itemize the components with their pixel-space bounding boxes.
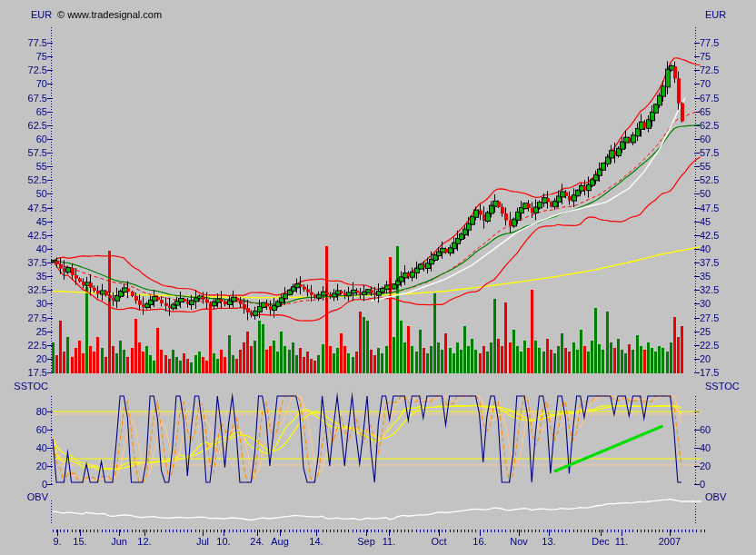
price-tick-label-left: 32.5 <box>13 284 47 295</box>
chart-root: EUR © www.tradesignal.com EUR SSTOC SSTO… <box>0 0 756 555</box>
price-tick-label-left: 47.5 <box>13 203 47 213</box>
sstoc-tick-label-left: 80 <box>13 406 47 417</box>
sstoc-tick-label-left: 60 <box>13 424 47 435</box>
price-tick-label-left: 40 <box>13 243 47 254</box>
price-tick-label-left: 60 <box>13 134 47 144</box>
date-label: Aug <box>264 536 296 547</box>
price-tick-label-right: 30 <box>700 298 711 309</box>
price-tick-label-left: 37.5 <box>13 257 47 268</box>
price-tick-label-right: 22.5 <box>700 340 719 351</box>
price-tick-label-right: 77.5 <box>700 37 719 48</box>
price-tick-label-right: 70 <box>700 78 711 89</box>
price-tick-label-left: 45 <box>13 216 47 227</box>
price-tick-label-left: 57.5 <box>13 147 47 158</box>
sstoc-tick-label-left: 0 <box>13 479 47 490</box>
sstoc-panel-label-left: SSTOC <box>7 381 48 391</box>
price-tick-label-right: 45 <box>700 216 711 227</box>
price-tick-label-left: 50 <box>13 188 47 199</box>
price-tick-label-left: 55 <box>13 161 47 172</box>
sstoc-tick-label-right: 20 <box>700 461 711 471</box>
price-tick-label-left: 25 <box>13 326 47 337</box>
price-tick-label-left: 62.5 <box>13 120 47 131</box>
price-tick-label-left: 75 <box>13 51 47 62</box>
price-tick-label-right: 47.5 <box>700 203 719 213</box>
price-tick-label-left: 67.5 <box>13 93 47 104</box>
price-tick-label-left: 65 <box>13 106 47 117</box>
price-tick-label-right: 62.5 <box>700 120 719 131</box>
price-tick-label-left: 22.5 <box>13 340 47 351</box>
price-tick-label-right: 32.5 <box>700 284 719 295</box>
date-label: 10. <box>207 536 240 547</box>
price-tick-label-left: 27.5 <box>13 312 47 323</box>
price-tick-label-right: 67.5 <box>700 93 719 104</box>
price-tick-label-right: 27.5 <box>700 312 719 323</box>
price-tick-label-left: 42.5 <box>13 230 47 241</box>
price-tick-label-left: 52.5 <box>13 174 47 185</box>
date-label: 13. <box>532 536 565 547</box>
price-tick-label-left: 70 <box>13 78 47 89</box>
price-tick-label-right: 52.5 <box>700 174 719 185</box>
price-tick-label-right: 17.5 <box>700 367 719 378</box>
price-tick-label-left: 20 <box>13 353 47 364</box>
currency-label-left: EUR <box>31 9 52 20</box>
obv-panel-label-right: OBV <box>705 491 726 502</box>
date-label: 12. <box>128 536 161 547</box>
price-tick-label-right: 72.5 <box>700 64 719 75</box>
date-label: Nov <box>502 536 535 547</box>
price-tick-label-right: 20 <box>700 353 711 364</box>
sstoc-tick-label-right: 60 <box>700 424 711 435</box>
date-label: 16. <box>463 536 496 547</box>
price-tick-label-right: 60 <box>700 134 711 144</box>
sstoc-tick-label-right: 0 <box>700 479 705 490</box>
price-tick-label-left: 35 <box>13 271 47 282</box>
price-tick-label-right: 55 <box>700 161 711 172</box>
price-tick-label-right: 65 <box>700 106 711 117</box>
sstoc-panel-label-right: SSTOC <box>705 381 740 391</box>
date-label: 11. <box>605 536 638 547</box>
sstoc-tick-label-left: 40 <box>13 442 47 453</box>
currency-label-right: EUR <box>705 9 726 20</box>
date-label: 15. <box>64 536 96 547</box>
copyright-watermark: © www.tradesignal.com <box>57 9 162 20</box>
price-tick-label-right: 25 <box>700 326 711 337</box>
date-label: Oct <box>423 536 455 547</box>
obv-panel-label-left: OBV <box>7 491 48 502</box>
date-label: 11. <box>373 536 405 547</box>
sstoc-tick-label-left: 20 <box>13 461 47 471</box>
price-tick-label-right: 42.5 <box>700 230 719 241</box>
price-tick-label-right: 50 <box>700 188 711 199</box>
price-tick-label-right: 37.5 <box>700 257 719 268</box>
price-tick-label-left: 30 <box>13 298 47 309</box>
date-label: 14. <box>300 536 333 547</box>
date-label: 2007 <box>653 536 686 547</box>
chart-canvas <box>0 0 756 555</box>
price-tick-label-left: 17.5 <box>13 367 47 378</box>
price-tick-label-right: 57.5 <box>700 147 719 158</box>
price-tick-label-right: 75 <box>700 51 711 62</box>
price-tick-label-left: 72.5 <box>13 64 47 75</box>
sstoc-tick-label-right: 40 <box>700 442 711 453</box>
price-tick-label-left: 77.5 <box>13 37 47 48</box>
price-tick-label-right: 35 <box>700 271 711 282</box>
price-tick-label-right: 40 <box>700 243 711 254</box>
